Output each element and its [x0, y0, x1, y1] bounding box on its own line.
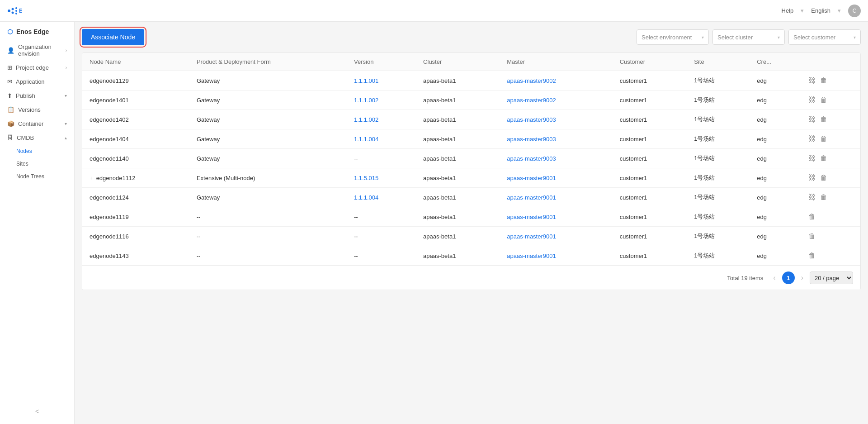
select-environment-dropdown[interactable]: Select environment ▾ — [637, 29, 709, 45]
language-selector[interactable]: English — [811, 7, 830, 14]
cell-version[interactable]: 1.1.1.002 — [347, 91, 416, 110]
help-menu[interactable]: Help — [782, 7, 794, 14]
sidebar-item-project[interactable]: ⊞ Project edge › — [0, 61, 74, 75]
cell-node-name: edgenode1401 — [82, 91, 189, 110]
sidebar-item-cmdb[interactable]: 🗄 CMDB ▴ — [0, 131, 74, 145]
cell-version[interactable]: 1.1.1.004 — [347, 188, 416, 207]
col-product: Product & Deployment Form — [189, 53, 347, 71]
cell-master[interactable]: apaas-master9003 — [500, 129, 612, 149]
cell-site: 1号场站 — [687, 246, 750, 266]
cell-version[interactable]: 1.1.1.004 — [347, 129, 416, 149]
cell-master[interactable]: apaas-master9001 — [500, 168, 612, 188]
cell-product: Gateway — [189, 129, 347, 149]
svg-text:EnOS: EnOS — [19, 8, 22, 14]
sidebar-item-label: Project edge — [16, 64, 49, 71]
cell-actions: 🗑 — [801, 227, 861, 246]
cell-master[interactable]: apaas-master9002 — [500, 71, 612, 91]
chevron-down-icon: ▾ — [702, 35, 704, 40]
link-icon[interactable]: ⛓ — [808, 76, 816, 85]
delete-icon[interactable]: 🗑 — [820, 154, 827, 162]
cell-product: Gateway — [189, 149, 347, 168]
delete-icon[interactable]: 🗑 — [820, 193, 827, 201]
delete-icon[interactable]: 🗑 — [808, 252, 816, 260]
svg-point-1 — [12, 8, 14, 10]
cell-cluster: apaas-beta1 — [416, 71, 500, 91]
cell-node-name: + edgenode1112 — [82, 168, 189, 188]
link-icon[interactable]: ⛓ — [808, 115, 816, 124]
cell-master[interactable]: apaas-master9001 — [500, 246, 612, 266]
sidebar-title: Enos Edge — [0, 22, 74, 40]
pagination-bar: Total 19 items ‹ 1 › 20 / page 50 / page… — [82, 266, 860, 290]
pagination-page-1-button[interactable]: 1 — [782, 272, 795, 284]
cell-site: 1号场站 — [687, 91, 750, 110]
sidebar-item-organization[interactable]: 👤 Organization envision › — [0, 40, 74, 61]
delete-icon[interactable]: 🗑 — [820, 115, 827, 124]
link-icon[interactable]: ⛓ — [808, 96, 816, 104]
link-icon[interactable]: ⛓ — [808, 174, 816, 182]
sidebar-item-container[interactable]: 📦 Container ▾ — [0, 117, 74, 131]
pagination-prev-button[interactable]: ‹ — [770, 273, 778, 283]
cell-created: edg — [750, 168, 801, 188]
cell-master[interactable]: apaas-master9002 — [500, 91, 612, 110]
delete-icon[interactable]: 🗑 — [820, 135, 827, 143]
chevron-down-icon: ▾ — [854, 35, 856, 40]
table-row: edgenode1119 -- -- apaas-beta1 apaas-mas… — [82, 207, 860, 227]
cell-product: Gateway — [189, 110, 347, 129]
col-node-name: Node Name — [82, 53, 189, 71]
delete-icon[interactable]: 🗑 — [808, 213, 816, 221]
chevron-up-icon: ▴ — [65, 135, 67, 140]
link-icon[interactable]: ⛓ — [808, 154, 816, 162]
cell-node-name: edgenode1404 — [82, 129, 189, 149]
cell-master[interactable]: apaas-master9001 — [500, 188, 612, 207]
sidebar-item-versions[interactable]: 📋 Versions — [0, 103, 74, 117]
table-row: edgenode1402 Gateway 1.1.1.002 apaas-bet… — [82, 110, 860, 129]
main-content: Associate Node Select environment ▾ Sele… — [75, 22, 868, 424]
cell-master[interactable]: apaas-master9003 — [500, 110, 612, 129]
expand-icon[interactable]: + — [90, 175, 93, 181]
cell-site: 1号场站 — [687, 129, 750, 149]
delete-icon[interactable]: 🗑 — [820, 96, 827, 104]
select-customer-dropdown[interactable]: Select customer ▾ — [788, 29, 861, 45]
cell-created: edg — [750, 129, 801, 149]
cell-version[interactable]: 1.1.5.015 — [347, 168, 416, 188]
cell-version[interactable]: 1.1.1.001 — [347, 71, 416, 91]
cell-product: Extensive (Multi-node) — [189, 168, 347, 188]
delete-icon[interactable]: 🗑 — [820, 174, 827, 182]
pagination-next-button[interactable]: › — [798, 273, 806, 283]
sidebar-item-application[interactable]: ✉ Application — [0, 75, 74, 89]
delete-icon[interactable]: 🗑 — [820, 76, 827, 85]
cell-product: -- — [189, 246, 347, 266]
cell-master[interactable]: apaas-master9001 — [500, 227, 612, 246]
sidebar: Enos Edge 👤 Organization envision › ⊞ Pr… — [0, 22, 75, 424]
cell-version[interactable]: 1.1.1.002 — [347, 110, 416, 129]
table-row: edgenode1140 Gateway -- apaas-beta1 apaa… — [82, 149, 860, 168]
link-icon[interactable]: ⛓ — [808, 193, 816, 201]
col-actions — [801, 53, 861, 71]
sidebar-item-label: Application — [16, 78, 45, 85]
per-page-select[interactable]: 20 / page 50 / page 100 / page — [810, 272, 853, 284]
cell-created: edg — [750, 227, 801, 246]
cell-customer: customer1 — [613, 129, 687, 149]
sidebar-item-publish[interactable]: ⬆ Publish ▾ — [0, 89, 74, 103]
associate-node-button[interactable]: Associate Node — [82, 29, 144, 45]
sidebar-sub-item-nodes[interactable]: Nodes — [0, 145, 74, 157]
sidebar-collapse-button[interactable]: < — [35, 408, 39, 415]
svg-point-3 — [15, 7, 17, 9]
cell-master[interactable]: apaas-master9001 — [500, 207, 612, 227]
cell-product: Gateway — [189, 71, 347, 91]
cell-cluster: apaas-beta1 — [416, 188, 500, 207]
link-icon[interactable]: ⛓ — [808, 135, 816, 143]
chevron-right-icon: › — [66, 48, 67, 53]
cell-master[interactable]: apaas-master9003 — [500, 149, 612, 168]
cell-site: 1号场站 — [687, 207, 750, 227]
cell-node-name: edgenode1119 — [82, 207, 189, 227]
cell-customer: customer1 — [613, 188, 687, 207]
sidebar-sub-item-sites[interactable]: Sites — [0, 157, 74, 170]
user-avatar[interactable]: C — [848, 5, 861, 17]
sidebar-sub-item-node-trees[interactable]: Node Trees — [0, 170, 74, 183]
sidebar-item-label: Versions — [18, 106, 41, 113]
delete-icon[interactable]: 🗑 — [808, 232, 816, 240]
sidebar-item-label: Organization envision — [18, 43, 66, 57]
select-cluster-dropdown[interactable]: Select cluster ▾ — [712, 29, 785, 45]
cell-created: edg — [750, 188, 801, 207]
